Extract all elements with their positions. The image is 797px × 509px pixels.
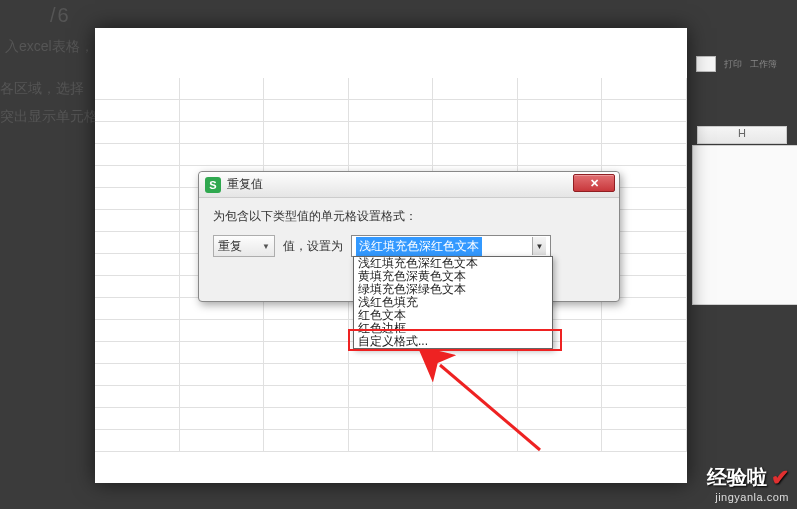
annotation-highlight: [348, 329, 562, 351]
chevron-down-icon: ▼: [262, 242, 270, 251]
annotation-arrow: [410, 350, 570, 470]
ribbon-label: 打印: [724, 58, 742, 71]
close-icon: ✕: [590, 177, 599, 190]
dropdown-option[interactable]: 红色文本: [354, 309, 552, 322]
watermark-text: 经验啦: [707, 464, 767, 491]
dialog-instruction: 为包含以下类型值的单元格设置格式：: [213, 208, 605, 225]
dialog-title: 重复值: [227, 176, 263, 193]
chevron-down-icon: ▼: [532, 237, 546, 255]
column-header-h[interactable]: H: [697, 126, 787, 144]
format-select-value: 浅红填充色深红色文本: [356, 237, 482, 256]
app-icon: S: [205, 177, 221, 193]
ribbon-right-fragment: 打印 工作簿: [692, 52, 797, 76]
dialog-titlebar[interactable]: S 重复值 ✕: [199, 172, 619, 198]
bg-fragment: 入excel表格，: [5, 38, 94, 56]
format-select[interactable]: 浅红填充色深红色文本 ▼: [351, 235, 551, 257]
dropdown-option[interactable]: 黄填充色深黄色文本: [354, 270, 552, 283]
bg-fragment: /6: [50, 4, 71, 27]
svg-line-0: [440, 365, 540, 450]
type-select-value: 重复: [218, 238, 242, 255]
watermark: 经验啦 ✔ jingyanla.com: [707, 464, 789, 503]
close-button[interactable]: ✕: [573, 174, 615, 192]
bg-fragment: 各区域，选择: [0, 80, 84, 98]
type-select[interactable]: 重复 ▼: [213, 235, 275, 257]
ribbon-label: 工作簿: [750, 58, 777, 71]
print-icon: [696, 56, 716, 72]
dropdown-option[interactable]: 浅红填充色深红色文本: [354, 257, 552, 270]
right-panel-fragment: [692, 145, 797, 305]
mid-label: 值，设置为: [283, 238, 343, 255]
dropdown-option[interactable]: 浅红色填充: [354, 296, 552, 309]
bg-fragment: 突出显示单元格: [0, 108, 98, 126]
dropdown-option[interactable]: 绿填充色深绿色文本: [354, 283, 552, 296]
check-icon: ✔: [771, 465, 789, 491]
watermark-url: jingyanla.com: [707, 491, 789, 503]
